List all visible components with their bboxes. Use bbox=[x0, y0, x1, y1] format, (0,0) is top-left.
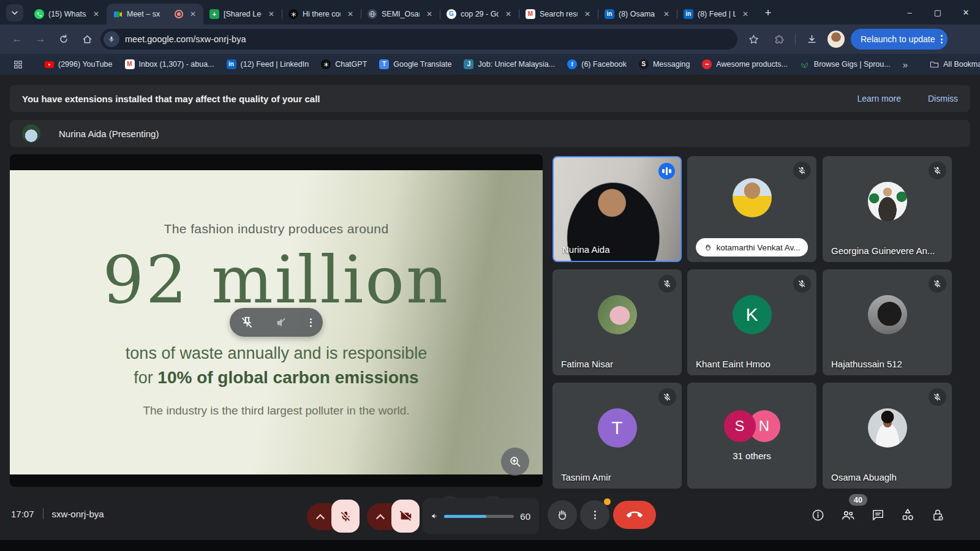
tab-linkedin-osama[interactable]: in (8) Osama M ✕ bbox=[598, 4, 677, 24]
mic-toggle-button[interactable] bbox=[331, 500, 360, 533]
bookmark-messaging[interactable]: S Messaging bbox=[634, 58, 695, 71]
gmail-icon: M bbox=[526, 9, 535, 19]
raise-hand-button[interactable] bbox=[548, 500, 577, 530]
relaunch-to-update-button[interactable]: Relaunch to update bbox=[851, 29, 948, 50]
learn-more-link[interactable]: Learn more bbox=[857, 94, 901, 103]
tab-close-icon[interactable]: ✕ bbox=[187, 9, 198, 20]
tile-more-options-icon[interactable] bbox=[310, 318, 312, 327]
bookmarks-overflow-button[interactable]: » bbox=[898, 59, 913, 70]
minimize-button[interactable]: – bbox=[895, 0, 924, 24]
tab-semi-osama[interactable]: SEMI_Osama ✕ bbox=[361, 4, 440, 24]
camera-options-chevron[interactable] bbox=[367, 503, 394, 530]
tab-label: (8) Osama M bbox=[619, 10, 657, 18]
bookmark-facebook[interactable]: f (6) Facebook bbox=[562, 58, 631, 71]
magnifier-plus-icon bbox=[508, 455, 522, 468]
tab-search-button[interactable] bbox=[6, 4, 23, 21]
raise-hand-icon bbox=[556, 508, 569, 522]
participant-name: Khant Eaint Hmoo bbox=[696, 359, 771, 369]
browser-menu-icon[interactable] bbox=[941, 35, 943, 43]
participant-tile-osama[interactable]: Osama Abuaglh bbox=[823, 383, 952, 489]
tab-shared-lecture[interactable]: + [Shared Lectu ✕ bbox=[203, 4, 282, 24]
tab-chatgpt[interactable]: Hi there conv ✕ bbox=[282, 4, 361, 24]
tab-close-icon[interactable]: ✕ bbox=[740, 9, 751, 20]
back-button[interactable]: ← bbox=[7, 29, 27, 49]
messaging-icon: S bbox=[639, 59, 649, 69]
close-button[interactable]: ✕ bbox=[952, 0, 980, 24]
tab-cop29[interactable]: G cop 29 - Goo ✕ bbox=[440, 4, 519, 24]
forward-button[interactable]: → bbox=[31, 29, 50, 49]
tab-close-icon[interactable]: ✕ bbox=[345, 9, 356, 20]
tab-whatsapp[interactable]: (15) WhatsApp ✕ bbox=[28, 4, 107, 24]
reload-button[interactable] bbox=[54, 29, 74, 49]
bookmark-inbox[interactable]: M Inbox (1,307) - abua... bbox=[120, 58, 219, 71]
site-mic-permission-icon[interactable] bbox=[104, 31, 119, 47]
participant-tile-kotamarthi[interactable]: kotamarthi Venkat Av... bbox=[687, 156, 816, 262]
linkedin-icon: in bbox=[684, 9, 693, 19]
tab-close-icon[interactable]: ✕ bbox=[266, 9, 277, 20]
bookmarks-bar: (2996) YouTube M Inbox (1,307) - abua...… bbox=[0, 54, 980, 75]
chatgpt-icon bbox=[321, 59, 331, 69]
end-call-button[interactable] bbox=[613, 501, 656, 529]
linkedin-icon: in bbox=[605, 9, 614, 19]
participant-tile-others[interactable]: S N 31 others bbox=[687, 383, 816, 489]
mic-options-chevron[interactable] bbox=[307, 503, 334, 530]
participant-tile-fatima[interactable]: Fatima Nisar bbox=[552, 269, 682, 375]
bookmark-google-translate[interactable]: T Google Translate bbox=[374, 58, 456, 71]
home-button[interactable] bbox=[77, 29, 97, 49]
downloads-button[interactable] bbox=[802, 29, 821, 49]
bookmark-linkedin-feed[interactable]: in (12) Feed | LinkedIn bbox=[222, 58, 314, 71]
profile-avatar[interactable] bbox=[827, 31, 845, 48]
tab-close-icon[interactable]: ✕ bbox=[503, 9, 514, 20]
tab-linkedin-feed[interactable]: in (8) Feed | Lin ✕ bbox=[677, 4, 756, 24]
toolbar-divider bbox=[795, 34, 796, 45]
dismiss-link[interactable]: Dismiss bbox=[928, 94, 958, 103]
host-controls-button[interactable] bbox=[930, 507, 946, 523]
presentation-tile[interactable]: The fashion industry produces around 92 … bbox=[10, 154, 543, 487]
tab-label: SEMI_Osama bbox=[382, 10, 420, 18]
participant-name: Hajathussain 512 bbox=[831, 359, 902, 369]
bookmark-browse-gigs[interactable]: Browse Gigs | Sprou... bbox=[795, 58, 895, 71]
zoom-in-button[interactable] bbox=[501, 448, 529, 476]
bookmark-awesome-products[interactable]: •• Awesome products... bbox=[697, 58, 793, 71]
unpin-icon[interactable] bbox=[241, 316, 254, 329]
apps-grid-button[interactable] bbox=[9, 58, 28, 71]
bookmark-chatgpt[interactable]: ChatGPT bbox=[316, 58, 372, 71]
address-bar[interactable]: meet.google.com/sxw-onrj-bya bbox=[100, 29, 737, 50]
new-tab-button[interactable]: + bbox=[760, 4, 777, 21]
participant-avatar bbox=[733, 178, 772, 217]
tab-meet-active[interactable]: Meet – sx ✕ bbox=[107, 4, 203, 24]
chevron-down-icon bbox=[11, 9, 18, 17]
audio-muted-icon[interactable] bbox=[276, 317, 288, 329]
chat-button[interactable] bbox=[870, 507, 886, 523]
volume-slider[interactable] bbox=[444, 515, 514, 518]
others-summary: S N 31 others bbox=[687, 383, 816, 489]
participant-tile-khant[interactable]: K Khant Eaint Hmoo bbox=[687, 269, 816, 375]
reload-icon bbox=[59, 34, 69, 44]
extensions-button[interactable] bbox=[769, 29, 789, 49]
participant-tile-hajathussain[interactable]: Hajathussain 512 bbox=[823, 269, 952, 375]
maximize-button[interactable]: ▢ bbox=[924, 0, 952, 24]
activities-button[interactable] bbox=[900, 507, 916, 523]
participant-tile-georgina[interactable]: Georgina Guinevere An... bbox=[823, 156, 952, 262]
bookmark-label: (6) Facebook bbox=[581, 60, 627, 69]
tab-close-icon[interactable]: ✕ bbox=[582, 9, 593, 20]
camera-toggle-button[interactable] bbox=[391, 500, 420, 533]
bookmark-youtube[interactable]: (2996) YouTube bbox=[40, 58, 118, 70]
bookmark-star-button[interactable] bbox=[744, 29, 763, 49]
slide-body-line: for 10% of global carbon emissions bbox=[10, 368, 543, 388]
participant-tile-tasnim[interactable]: T Tasnim Amir bbox=[552, 383, 682, 489]
tab-search-results[interactable]: M Search results ✕ bbox=[519, 4, 598, 24]
show-everyone-button[interactable] bbox=[840, 507, 856, 523]
more-options-icon bbox=[594, 511, 596, 519]
presenter-avatar bbox=[22, 124, 40, 143]
tab-close-icon[interactable]: ✕ bbox=[661, 9, 672, 20]
meeting-info: 17:07 sxw-onrj-bya bbox=[11, 508, 104, 519]
tab-label: Meet – sx bbox=[127, 10, 170, 18]
all-bookmarks-button[interactable]: All Bookmarks bbox=[925, 58, 980, 71]
star-icon bbox=[748, 34, 759, 45]
bookmark-job-unicef[interactable]: J Job: Unicef Malaysia... bbox=[459, 58, 560, 71]
tab-close-icon[interactable]: ✕ bbox=[91, 9, 102, 20]
tab-close-icon[interactable]: ✕ bbox=[424, 9, 435, 20]
meeting-details-button[interactable] bbox=[810, 507, 826, 523]
participant-tile-nurina[interactable]: Nurina Aida bbox=[552, 156, 682, 262]
